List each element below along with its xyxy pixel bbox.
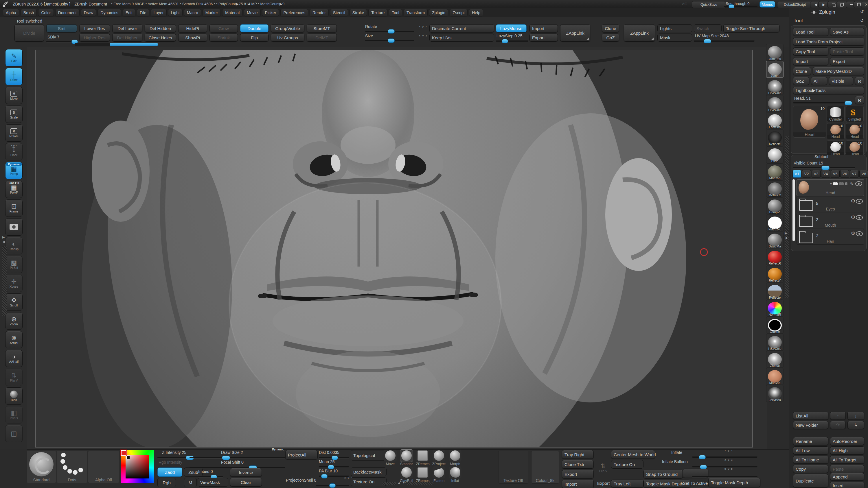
visible-count-thumb[interactable] [822,166,830,170]
size-thumb[interactable] [388,38,395,43]
move-into-folder-button[interactable]: ↳ [847,421,864,429]
mask-button[interactable]: Mask [657,34,692,42]
copy-tool-button[interactable]: Copy Tool [793,47,828,56]
paste-subtool-button[interactable]: Paste [830,465,864,473]
tool-restore-icon[interactable]: ↺ [860,18,864,23]
current-stroke-thumb[interactable]: Dots [57,451,87,483]
menu-item[interactable]: Movie [244,9,260,17]
left-divider-close-icon[interactable]: ◀ [2,240,5,244]
material-item-MetalicC[interactable]: MetalicC [766,181,783,197]
toolbar-item-aahalf[interactable]: ◑ AAHalf [5,350,23,367]
keep-uvs-button[interactable]: Keep UVs [429,34,494,42]
texture-export-button[interactable]: Export [562,470,594,479]
quick-brush-morph[interactable]: Morph [448,450,462,466]
quick-brush-zremesher2[interactable]: ZRemes [415,466,430,483]
divider-up-icon[interactable]: ▲ [398,481,401,484]
draw-size-slider[interactable] [189,457,285,458]
zadd-button[interactable]: Zadd [157,467,182,477]
m-button[interactable]: M [184,478,197,487]
menu-item[interactable]: Edit [123,9,135,17]
sdiv-slider[interactable] [46,41,77,42]
copy-subtool-button[interactable]: Copy [793,465,828,473]
del-lower-button[interactable]: Del Lower [112,24,142,32]
pa-blur-thumb[interactable] [321,474,328,479]
left-divider-open-icon[interactable]: ▶ [2,235,5,239]
quick-brush-zproject[interactable]: ZProject [432,450,446,466]
divider-down-icon[interactable]: ▼ [402,481,405,484]
lights-button[interactable]: Lights [657,24,692,32]
export-button[interactable]: Export [529,34,558,42]
material-item-ReflectY[interactable]: ReflectY [766,266,783,283]
autoreorder-button[interactable]: AutoReorder [830,437,864,445]
paint-brush-icon[interactable]: ✎ [850,182,853,186]
inflate-thumb[interactable] [699,455,706,459]
toolbar-item-polyframe[interactable]: Line Fill ▦ PolyF [5,181,23,198]
folder-eye-icon[interactable] [856,199,863,204]
toolbar-item-zoom[interactable]: ⊕ Zoom [5,312,23,330]
quick-brush-move[interactable]: Move [383,450,398,466]
showpt-button[interactable]: ShowPt [178,34,207,42]
quick-brush-zremesher[interactable]: ZRemes [415,450,430,466]
viewmask-button[interactable]: ViewMask [197,478,228,487]
texture-on-button[interactable]: Texture On [351,477,386,486]
toolbar-item-scroll[interactable]: ✥ Scroll [5,293,23,311]
subtool-view-tab[interactable]: V3 [812,170,820,178]
menu-item[interactable]: Transform [404,9,428,17]
sv-cursor[interactable] [126,456,130,459]
dist-slider[interactable] [319,457,349,458]
subtool-view-tab[interactable]: V7 [850,170,859,178]
groupvisible-button[interactable]: GroupVisible [271,24,304,32]
subtool-item-head[interactable]: ▾ ✎ Head [797,179,864,196]
toolbar-item-frame[interactable]: ⊡ Frame [5,199,23,217]
current-color-swatch[interactable] [121,450,126,456]
see-through-slider[interactable] [724,6,757,7]
material-item-HSVColo[interactable]: HSVColo [766,95,783,112]
decimate-current-button[interactable]: Decimate Current [429,24,494,32]
folder-gear-icon[interactable]: ⚙ [851,230,855,236]
current-brush-thumb[interactable]: Standard [27,451,56,483]
all-low-button[interactable]: All Low [793,446,828,454]
projectionshell-slider[interactable] [316,485,349,486]
zplugin-palette-header[interactable]: Zplugin [811,9,835,15]
menu-item[interactable]: Draw [81,9,96,17]
menu-item[interactable]: Document [55,9,80,17]
tool-palette-header[interactable]: Tool [794,18,803,24]
left-tray-divider[interactable] [2,246,7,316]
subtool-view-tab[interactable]: V6 [840,170,849,178]
import-button[interactable]: Import [529,24,558,32]
insert-button[interactable]: Insert [830,482,864,488]
subtool-folder-eyes[interactable]: 5 ⚙ Eyes [797,197,864,212]
quick-brush-standard[interactable]: Standar [399,450,414,466]
goz-button[interactable]: GoZ [602,34,619,42]
toolbar-item-scale[interactable]: S Scale [5,105,23,123]
rename-button[interactable]: Rename [793,437,828,445]
material-item-ZMetal[interactable]: ZMetal [766,351,783,368]
subtool-view-tab[interactable]: V2 [802,170,811,178]
material-item-Satin[interactable]: Satin [766,61,783,78]
material-item-HSVColo[interactable]: HSVColo [766,334,783,351]
tool-thumb-head-b[interactable]: 10 Head [846,123,864,139]
append-button[interactable]: Append [830,473,864,481]
material-item-HSVColo[interactable]: HSVColo [766,78,783,95]
goz-visible-button[interactable]: Visible [829,77,853,85]
del-hidden-button[interactable]: Del Hidden [145,24,176,32]
tool-thumb-head-a[interactable]: 10 Head [827,123,844,139]
right-tray-divider[interactable] [785,136,789,298]
toolbar-item-persp[interactable]: Dynamic ▦ Persp [5,162,23,179]
contrast-icon[interactable] [846,181,848,186]
all-to-home-button[interactable]: All To Home [793,456,828,464]
backfacemask-button[interactable]: BackfaceMask [351,467,386,476]
higher-res-button[interactable]: Higher Res [79,34,110,42]
texture-import-button[interactable]: Import [562,480,594,488]
delmt-button[interactable]: DelMT [307,34,337,42]
clone-button[interactable]: Clone [602,24,619,32]
menu-item[interactable]: Material [222,9,243,17]
close-icon[interactable]: ✕ [861,1,868,8]
all-to-target-button[interactable]: All To Target [830,456,864,464]
subtool-scrollbar[interactable] [793,179,795,241]
make-polymesh3d-button[interactable]: Make PolyMesh3D [813,67,864,75]
subtool-view-tab[interactable]: V4 [821,170,830,178]
inverse-button[interactable]: Inverse [230,468,262,477]
polypaint-on-icon[interactable] [834,181,838,186]
clear-button[interactable]: Clear [230,478,262,487]
